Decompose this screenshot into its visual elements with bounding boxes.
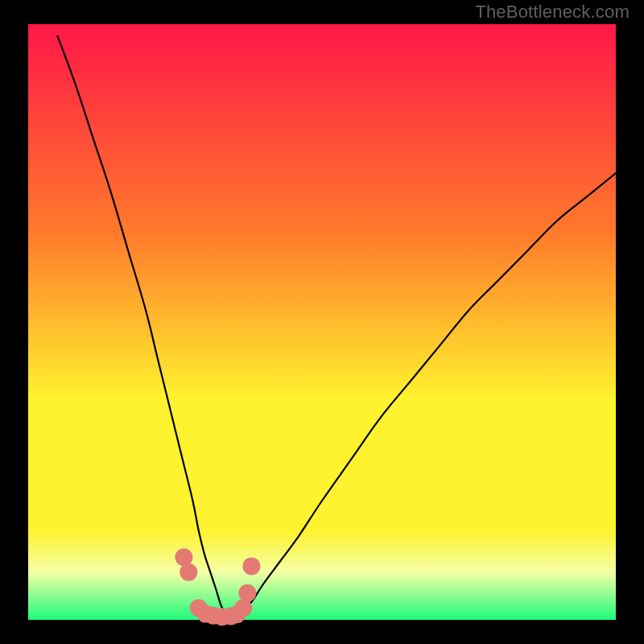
curve-marker bbox=[180, 564, 197, 581]
curve-marker bbox=[238, 584, 256, 602]
bottleneck-chart bbox=[0, 0, 644, 644]
plot-background bbox=[28, 24, 616, 620]
chart-frame: { "watermark": "TheBottleneck.com", "col… bbox=[0, 0, 644, 644]
curve-marker bbox=[234, 599, 252, 617]
curve-marker bbox=[242, 557, 260, 575]
watermark-text: TheBottleneck.com bbox=[475, 2, 630, 23]
